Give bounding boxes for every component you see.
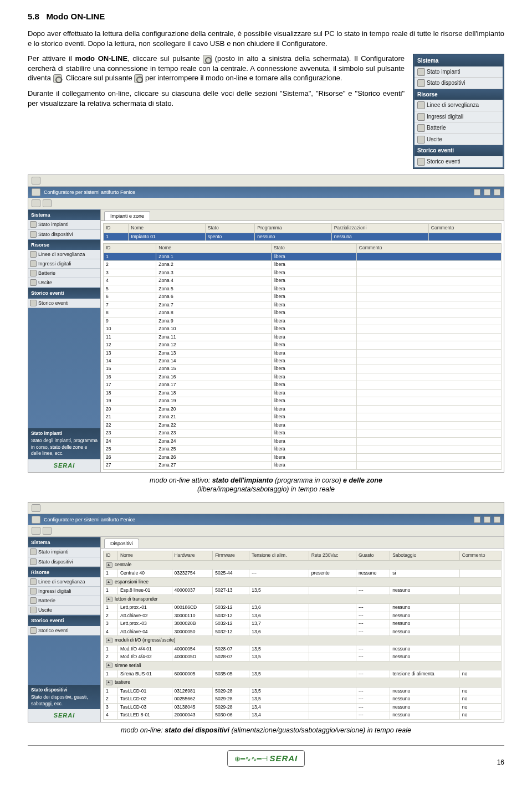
sidebar-item[interactable]: Batterie <box>28 596 100 606</box>
sidebar-item[interactable]: Stato dispositivi <box>28 230 100 239</box>
info-text: Stato degli impianti, programma in corso… <box>31 438 98 456</box>
online-active-icon <box>53 74 62 83</box>
table-row[interactable]: 4Zona 4libera <box>104 277 502 285</box>
minimize-icon[interactable] <box>474 516 480 523</box>
sidebar-item[interactable]: Stato impianti <box>28 220 100 229</box>
close-icon[interactable] <box>494 516 500 523</box>
table-row[interactable]: 7Zona 7libera <box>104 301 502 309</box>
toolbar-icon[interactable] <box>32 177 40 184</box>
group-row[interactable]: moduli di I/O (ingressi/uscite) <box>104 636 502 645</box>
table-row[interactable]: 3Tast.LCD-03031380455029-2813,4---nessun… <box>104 703 502 711</box>
table-row[interactable]: 15Zona 15libera <box>104 365 502 373</box>
table-row[interactable]: 2Att.chiave-02300001105032-1213,6---ness… <box>104 612 502 619</box>
maximize-icon[interactable] <box>484 189 490 196</box>
sidebar-item[interactable]: Stato dispositivi <box>28 557 100 567</box>
table-row[interactable]: 1Sirena BUS-01600000055035-0513,5---tens… <box>104 670 502 678</box>
group-row[interactable]: centrale <box>104 560 502 569</box>
panel-item[interactable]: Batterie <box>415 122 503 134</box>
table-row[interactable]: 11Zona 11libera <box>104 333 502 341</box>
close-icon[interactable] <box>494 189 500 196</box>
online-stop-icon <box>134 74 143 83</box>
sidebar-item[interactable]: Uscite <box>28 606 100 615</box>
maximize-icon[interactable] <box>484 516 490 523</box>
table-row[interactable]: 3Lett.prox.-033000020B5032-1213,7---ness… <box>104 620 502 628</box>
table-row[interactable]: 16Zona 16libera <box>104 373 502 381</box>
table-row[interactable]: 1Centrale 40032327545025-44---presentene… <box>104 570 502 577</box>
info-title: Stato impianti <box>31 430 98 437</box>
table-row[interactable]: 22Zona 22libera <box>104 421 502 429</box>
table-row[interactable]: 12Zona 12libera <box>104 341 502 349</box>
online-toggle-icon[interactable] <box>32 199 40 207</box>
table-row[interactable]: 1Esp.8 linee-01400000375027-1313,5---nes… <box>104 587 502 594</box>
panel-head-risorse: Risorse <box>415 89 503 100</box>
table-row[interactable]: 20Zona 20libera <box>104 405 502 413</box>
side-head: Risorse <box>28 567 100 577</box>
panel-item[interactable]: Stato dispositivi <box>415 78 503 89</box>
panel-head-sistema: Sistema <box>415 55 503 66</box>
sidebar-item[interactable]: Ingressi digitali <box>28 587 100 596</box>
table-row[interactable]: 1Mod.I/O 4/4-01400000545028-0713,5---nes… <box>104 645 502 653</box>
tab-impianti[interactable]: Impianti e zone <box>104 211 150 221</box>
sidebar-item[interactable]: Storico eventi <box>28 299 100 308</box>
group-row[interactable]: sirene seriali <box>104 661 502 670</box>
table-row[interactable]: 2Mod.I/O 4/4-024000005D5028-0713,5---nes… <box>104 653 502 661</box>
table-row[interactable]: 1Zona 1libera <box>104 253 502 260</box>
sidebar-item[interactable]: Ingressi digitali <box>28 259 100 269</box>
table-row[interactable]: 2Zona 2libera <box>104 261 502 269</box>
sidebar-item[interactable]: Linee di sorveglianza <box>28 250 100 259</box>
minimize-icon[interactable] <box>474 189 480 196</box>
table-row[interactable]: 25Zona 25libera <box>104 445 502 453</box>
table-row[interactable]: 23Zona 23libera <box>104 429 502 437</box>
panel-item[interactable]: Storico eventi <box>415 156 503 168</box>
table-row[interactable]: 13Zona 13libera <box>104 349 502 357</box>
table-row[interactable]: 5Zona 5libera <box>104 285 502 293</box>
app-icon <box>32 188 40 196</box>
sidebar-item[interactable]: Linee di sorveglianza <box>28 577 100 587</box>
sidebar-item[interactable]: Uscite <box>28 278 100 288</box>
table-row[interactable]: 19Zona 19libera <box>104 397 502 405</box>
window-title: Configuratore per sistemi antifurto Feni… <box>44 516 135 523</box>
paragraph-3: Durante il collegamento on-line, cliccar… <box>28 89 405 108</box>
paragraph-2: Per attivare il modo ON-LINE, cliccare s… <box>28 54 405 83</box>
table-row[interactable]: 3Zona 3libera <box>104 269 502 276</box>
sidebar-item[interactable]: Batterie <box>28 269 100 278</box>
toolbar-icon[interactable] <box>32 504 40 512</box>
table-row[interactable]: 1Impianto 01spentonessunonessuna <box>104 233 502 240</box>
tab-dispositivi[interactable]: Dispositivi <box>104 539 139 548</box>
group-row[interactable]: tastiere <box>104 678 502 687</box>
table-row[interactable]: 6Zona 6libera <box>104 293 502 301</box>
window-titlebar: Configuratore per sistemi antifurto Feni… <box>28 187 504 198</box>
table-row[interactable]: 10Zona 10libera <box>104 325 502 333</box>
table-row[interactable]: 26Zona 26libera <box>104 453 502 461</box>
table-row[interactable]: 1Lett.prox.-01000186CD5032-1213,6---ness… <box>104 604 502 612</box>
panel-item[interactable]: Stato impianti <box>415 66 503 78</box>
table-row[interactable]: 4Tast.LED 8-01200000435030-0613,4---ness… <box>104 711 502 719</box>
table-row[interactable]: 9Zona 9libera <box>104 317 502 325</box>
table-row[interactable]: 24Zona 24libera <box>104 437 502 445</box>
sidebar-info: Stato impianti Stato degli impianti, pro… <box>28 428 100 459</box>
table-row[interactable]: 18Zona 18libera <box>104 389 502 397</box>
table-row[interactable]: 8Zona 8libera <box>104 309 502 317</box>
disclosure-icon <box>106 580 112 585</box>
panel-item[interactable]: Uscite <box>415 134 503 146</box>
sidebar: Sistema Stato impianti Stato dispositivi… <box>28 209 100 471</box>
table-row[interactable]: 21Zona 21libera <box>104 413 502 421</box>
sidebar-item[interactable]: Storico eventi <box>28 626 100 635</box>
toolbar-icon[interactable] <box>43 527 52 535</box>
disclosure-icon <box>106 663 112 668</box>
group-row[interactable]: espansioni linee <box>104 577 502 586</box>
table-row[interactable]: 1Tast.LCD-01031269815029-2813,5---nessun… <box>104 687 502 695</box>
table-row[interactable]: 4Att.chiave-04300000505032-1213,6---ness… <box>104 628 502 635</box>
panel-item[interactable]: Linee di sorveglianza <box>415 100 503 111</box>
panel-item[interactable]: Ingressi digitali <box>415 111 503 123</box>
table-row[interactable]: 14Zona 14libera <box>104 357 502 365</box>
toolbar-icon[interactable] <box>43 199 52 207</box>
online-toggle-icon[interactable] <box>32 527 40 535</box>
group-row[interactable]: lettori di transponder <box>104 594 502 603</box>
side-head: Sistema <box>28 537 100 547</box>
sidebar-item[interactable]: Stato impianti <box>28 547 100 557</box>
table-row[interactable]: 17Zona 17libera <box>104 381 502 389</box>
table-row[interactable]: 2Tast.LCD-02002556625029-2813,5---nessun… <box>104 695 502 703</box>
disclosure-icon <box>106 680 112 685</box>
table-row[interactable]: 27Zona 27libera <box>104 462 502 469</box>
